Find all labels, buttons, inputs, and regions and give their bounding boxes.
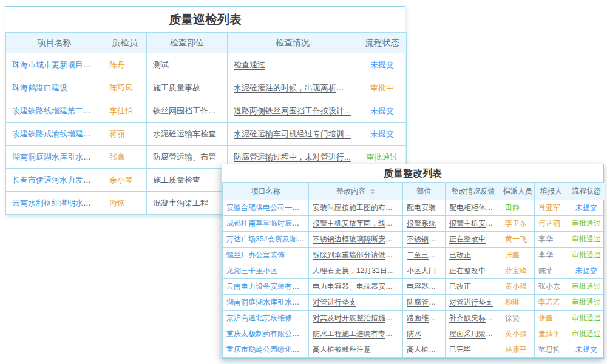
rectify-part: 不锈钢安装... [403, 232, 446, 248]
table-row: 湖南洞庭湖水库引水工程施工1标对管进行垫支防腐管运输...对管进行垫支柳琳李若若… [223, 295, 605, 311]
table-row: 螺丝厂办公室装饰拆除到承重墙部分请做好加固...二至三楼混...已改正张鑫李华审… [223, 248, 605, 263]
rectify-feedback: 正在整改中 [446, 263, 501, 279]
status-text: 审批通过 [568, 248, 605, 263]
table-row: 龙湖三千里小区大理石更换，12月31日之...小区大门正在整改中薛宝峰陈菲未提交 [223, 263, 605, 279]
project-name-link[interactable]: 改建铁路线增建第二线... [6, 99, 103, 123]
project-name-link[interactable]: 珠海鹤港口建设 [6, 76, 103, 99]
rectify-content: 对其及时开展整治措施，桥头... [309, 311, 403, 326]
rectify-content: 拆除到承重墙部分请做好加固... [309, 248, 403, 263]
status-text: 审批通过 [568, 295, 605, 311]
filler-name: 肖亚军 [535, 200, 568, 216]
column-header-inspector: 质检员 [103, 33, 147, 53]
rectify-part: 电容器安装... [403, 279, 446, 295]
rectify-content: 不锈钢边框玻璃隔断安装不牢... [309, 232, 403, 248]
rectify-feedback: 配电柜柜体与... [446, 200, 501, 216]
inspection-detail: 道路两侧铁丝网围挡工作按设计... [228, 99, 358, 123]
rectify-content: 防水工程施工选调有专业资质... [309, 326, 403, 342]
rectify-content: 高大植被栽种注意 [309, 342, 403, 358]
column-header-assignee: 指派人员 [501, 183, 535, 200]
table-row: 重庆市鹅岭公园绿化景观提升...高大植被栽种注意高大植被栽种已完毕林康平范思哲未… [223, 342, 605, 358]
project-name-link[interactable]: 安徽合肥供电公司—配电设备... [223, 200, 309, 216]
column-header-content[interactable]: 整改内容 [309, 183, 403, 200]
filler-name: 李若若 [535, 295, 568, 311]
assignee-name: 张鑫 [501, 248, 535, 263]
rectify-feedback: 报警主机安放... [446, 216, 501, 232]
rectify-part: 二至三楼混... [403, 248, 446, 263]
rectify-part: 报警系统 [403, 216, 446, 232]
rectify-content: 安装时应按施工图的布置，将... [309, 200, 403, 216]
project-name-link[interactable]: 龙湖三千里小区 [223, 263, 309, 279]
rectify-feedback: 对管进行垫支 [446, 295, 501, 311]
table-row: 万达广场35#会所及咖啡厅空...不锈钢边框玻璃隔断安装不牢...不锈钢安装..… [223, 232, 605, 248]
column-header-status: 流程状态 [568, 183, 605, 200]
status-text: 审批通过 [568, 326, 605, 342]
table-row: 珠海市城市更新项目紫...陈丹测试检查通过未提交 [6, 53, 407, 76]
filler-name: 范思哲 [535, 342, 568, 358]
project-name-link[interactable]: 云南水利枢纽潜明水库... [6, 192, 103, 215]
inspection-part: 施工质量检查 [147, 169, 228, 192]
inspector-name: 李佳怡 [103, 99, 147, 123]
rectify-feedback: 已改正 [446, 248, 501, 263]
filler-name: 李华 [535, 232, 568, 248]
column-header-content-label: 整改内容 [336, 187, 365, 195]
rectify-content: 对管进行垫支 [309, 295, 403, 311]
rectify-feedback: 已改正 [446, 279, 501, 295]
filler-name: 陈菲 [535, 263, 568, 279]
quality-rectification-table: 项目名称 整改内容 部位 整改情况反馈 指派人员 填报人 流程状态 安徽合肥供电… [222, 183, 605, 358]
app-canvas: 质量巡检列表 项目名称 质检员 检查部位 检查情况 流程状态 珠海市城市更新项目… [0, 0, 607, 364]
inspection-part: 铁丝网围挡工作检查 [147, 99, 228, 123]
inspection-header-row: 项目名称 质检员 检查部位 检查情况 流程状态 [6, 33, 407, 53]
column-header-part: 部位 [403, 183, 446, 200]
column-header-project: 项目名称 [223, 183, 309, 200]
rectify-table-title: 质量整改列表 [222, 164, 603, 183]
rectify-feedback: 补齐缺失标志... [446, 311, 501, 326]
status-text: 未提交 [358, 53, 407, 76]
table-row: 改建铁路成渝线增建第...蒋丽水泥砼运输车检查水泥砼运输车司机经过专门培训...… [6, 123, 407, 146]
inspection-part: 水泥砼运输车检查 [147, 123, 228, 146]
project-name-link[interactable]: 螺丝厂办公室装饰 [223, 248, 309, 263]
inspection-detail: 检查通过 [228, 53, 358, 76]
column-header-part: 检查部位 [147, 33, 228, 53]
assignee-name: 柳琳 [501, 295, 535, 311]
table-row: 云南电力设备安装有限公司20...电力电容器、电抗器安装方案...电容器安装..… [223, 279, 605, 295]
project-name-link[interactable]: 京沪高速北京段维修 [223, 311, 309, 326]
project-name-link[interactable]: 长春市伊通河水力发电... [6, 169, 103, 192]
inspection-part: 测试 [147, 53, 228, 76]
project-name-link[interactable]: 万达广场35#会所及咖啡厅空... [223, 232, 309, 248]
project-name-link[interactable]: 珠海市城市更新项目紫... [6, 53, 103, 76]
project-name-link[interactable]: 云南电力设备安装有限公司20... [223, 279, 309, 295]
table-row: 改建铁路线增建第二线...李佳怡铁丝网围挡工作检查道路两侧铁丝网围挡工作按设计.… [6, 99, 407, 123]
project-name-link[interactable]: 成都杜甫草堂临时展厅独立展... [223, 216, 309, 232]
inspection-table-title: 质量巡检列表 [5, 7, 405, 32]
assignee-name: 黄小强 [501, 326, 535, 342]
filler-name: 张鑫 [535, 311, 568, 326]
status-text: 审批通过 [568, 232, 605, 248]
project-name-link[interactable]: 湖南洞庭湖水库引水工... [6, 146, 103, 169]
rectify-header-row: 项目名称 整改内容 部位 整改情况反馈 指派人员 填报人 流程状态 [223, 183, 605, 200]
filler-name: 张小东 [535, 279, 568, 295]
status-text: 未提交 [568, 342, 605, 358]
project-name-link[interactable]: 重庆市鹅岭公园绿化景观提升... [223, 342, 309, 358]
assignee-name: 李卫东 [501, 216, 535, 232]
project-name-link[interactable]: 改建铁路成渝线增建第... [6, 123, 103, 146]
rectify-part: 防腐管运输... [403, 295, 446, 311]
table-row: 重庆太极制药有限公司亳州中...防水工程施工选调有专业资质...防水屋面采用聚氨… [223, 326, 605, 342]
project-name-link[interactable]: 湖南洞庭湖水库引水工程施工1标 [223, 295, 309, 311]
inspector-name: 蒋丽 [103, 123, 147, 146]
inspector-name: 陈巧凤 [103, 76, 147, 99]
rectify-part: 防水 [403, 326, 446, 342]
inspector-name: 游恢 [103, 192, 147, 215]
sort-icon[interactable] [370, 189, 375, 194]
status-text: 未提交 [358, 123, 407, 146]
assignee-name: 黄一飞 [501, 232, 535, 248]
status-text: 审批通过 [568, 279, 605, 295]
rectify-content: 报警主机安放牢固，线缆连接... [309, 216, 403, 232]
rectify-part: 配电安装 [403, 200, 446, 216]
project-name-link[interactable]: 重庆太极制药有限公司亳州中... [223, 326, 309, 342]
filler-name: 董清平 [535, 326, 568, 342]
rectify-part: 高大植被栽种 [403, 342, 446, 358]
table-row: 京沪高速北京段维修对其及时开展整治措施，桥头...路面维修检...补齐缺失标志.… [223, 311, 605, 326]
assignee-name: 薛宝峰 [501, 263, 535, 279]
status-text: 未提交 [358, 99, 407, 123]
column-header-project: 项目名称 [6, 33, 103, 53]
